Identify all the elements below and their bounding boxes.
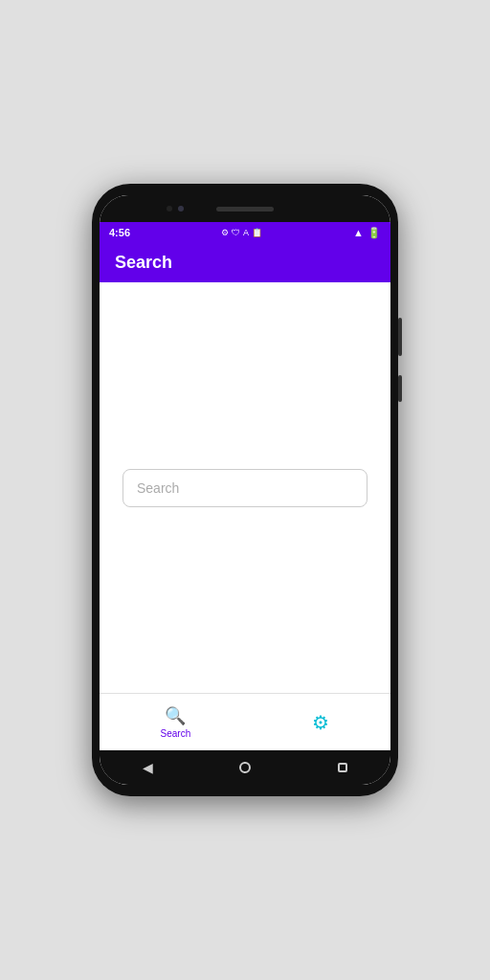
main-content: [100, 282, 390, 693]
shield-status-icon: 🛡: [232, 228, 240, 237]
search-input[interactable]: [137, 480, 353, 496]
home-button[interactable]: [239, 762, 251, 773]
phone-frame: 4:56 ⚙ 🛡 A 📋 ▲ 🔋 Search 🔍: [92, 184, 398, 796]
volume-button: [398, 318, 402, 356]
android-nav-bar: ◀: [100, 750, 390, 785]
battery-icon: 🔋: [368, 227, 381, 239]
back-button[interactable]: ◀: [143, 760, 153, 775]
phone-notch: [100, 195, 390, 222]
nav-item-settings[interactable]: ⚙: [312, 711, 329, 734]
front-camera-right: [178, 206, 184, 212]
a-status-icon: A: [243, 228, 249, 237]
status-time: 4:56: [109, 227, 130, 238]
search-nav-icon: 🔍: [165, 705, 186, 726]
wifi-icon: ▲: [353, 227, 364, 238]
earpiece-speaker: [216, 207, 274, 212]
clipboard-status-icon: 📋: [252, 228, 262, 237]
recents-button[interactable]: [338, 763, 347, 772]
bottom-nav: 🔍 Search ⚙: [100, 693, 390, 750]
status-icons-right: ▲ 🔋: [353, 227, 381, 239]
search-nav-label: Search: [161, 728, 191, 739]
nav-item-search[interactable]: 🔍 Search: [161, 705, 191, 739]
search-input-container[interactable]: [122, 469, 368, 507]
settings-nav-icon: ⚙: [312, 711, 329, 734]
phone-screen: 4:56 ⚙ 🛡 A 📋 ▲ 🔋 Search 🔍: [100, 195, 390, 785]
app-header: Search: [100, 243, 390, 282]
front-camera-left: [167, 206, 172, 212]
settings-status-icon: ⚙: [221, 228, 229, 237]
status-icons-left: ⚙ 🛡 A 📋: [221, 228, 262, 237]
power-button: [398, 375, 402, 402]
app-title: Search: [115, 253, 172, 272]
status-bar: 4:56 ⚙ 🛡 A 📋 ▲ 🔋: [100, 222, 390, 243]
